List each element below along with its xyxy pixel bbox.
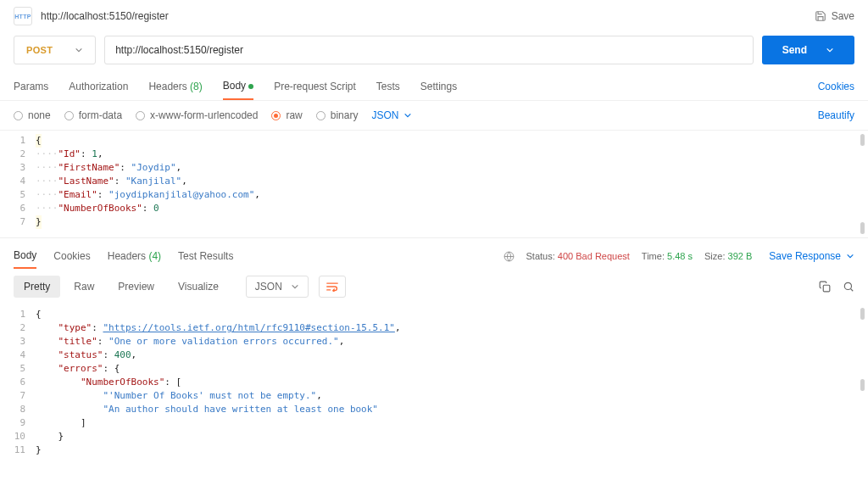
scrollbar[interactable] bbox=[860, 308, 865, 320]
tab-tests[interactable]: Tests bbox=[376, 74, 400, 99]
line-wrap-button[interactable] bbox=[319, 276, 346, 298]
search-icon[interactable] bbox=[843, 281, 854, 293]
status-block: Status: 400 Bad Request bbox=[526, 251, 630, 261]
request-url-value: http://localhost:5150/register bbox=[115, 44, 243, 56]
size-block: Size: 392 B bbox=[704, 251, 752, 261]
tab-headers[interactable]: Headers (8) bbox=[148, 74, 202, 99]
request-body-editor[interactable]: 1{ 2····"Id": 1, 3····"FirstName": "Joyd… bbox=[0, 131, 868, 237]
tab-body[interactable]: Body bbox=[223, 73, 253, 100]
cookies-link[interactable]: Cookies bbox=[818, 81, 854, 92]
send-button[interactable]: Send bbox=[762, 36, 854, 64]
body-type-binary[interactable]: binary bbox=[316, 109, 359, 121]
chevron-down-icon bbox=[826, 46, 834, 54]
save-response-button[interactable]: Save Response bbox=[769, 250, 854, 262]
send-label: Send bbox=[782, 44, 807, 56]
view-visualize[interactable]: Visualize bbox=[168, 276, 229, 298]
tab-headers-label: Headers bbox=[148, 81, 186, 92]
tab-pre-request[interactable]: Pre-request Script bbox=[274, 74, 356, 99]
http-method-value: POST bbox=[26, 45, 53, 55]
svg-point-2 bbox=[844, 282, 851, 289]
tab-params[interactable]: Params bbox=[14, 74, 48, 99]
scrollbar[interactable] bbox=[860, 379, 865, 391]
globe-icon[interactable] bbox=[504, 251, 515, 262]
copy-icon[interactable] bbox=[819, 281, 831, 293]
svg-rect-1 bbox=[823, 285, 830, 292]
http-method-badge: HTTP bbox=[14, 7, 32, 25]
body-type-none[interactable]: none bbox=[14, 109, 51, 121]
response-type-select[interactable]: JSON bbox=[246, 276, 309, 298]
save-button[interactable]: Save bbox=[815, 10, 854, 22]
scrollbar[interactable] bbox=[860, 134, 865, 146]
radio-icon bbox=[14, 111, 23, 120]
radio-icon bbox=[271, 111, 281, 120]
http-method-select[interactable]: POST bbox=[14, 36, 96, 64]
view-raw[interactable]: Raw bbox=[64, 276, 104, 298]
response-body-editor[interactable]: 1{ 2 "type": "https://tools.ietf.org/htm… bbox=[0, 304, 868, 460]
body-type-formdata[interactable]: form-data bbox=[64, 109, 122, 121]
resp-tab-cookies[interactable]: Cookies bbox=[53, 244, 90, 268]
save-label: Save bbox=[832, 10, 854, 22]
tab-body-label: Body bbox=[223, 80, 246, 92]
radio-icon bbox=[136, 111, 145, 120]
scrollbar[interactable] bbox=[860, 222, 865, 234]
chevron-down-icon bbox=[75, 46, 83, 54]
line-wrap-icon bbox=[326, 282, 338, 292]
body-raw-type-select[interactable]: JSON bbox=[371, 109, 412, 121]
body-type-raw[interactable]: raw bbox=[271, 109, 302, 121]
tab-authorization[interactable]: Authorization bbox=[69, 74, 128, 99]
resp-tab-body[interactable]: Body bbox=[14, 243, 36, 269]
body-type-urlencoded[interactable]: x-www-form-urlencoded bbox=[136, 109, 258, 121]
chevron-down-icon bbox=[291, 282, 299, 291]
chevron-down-icon bbox=[403, 111, 412, 120]
radio-icon bbox=[64, 111, 74, 120]
modified-dot-icon bbox=[248, 84, 253, 89]
chevron-down-icon bbox=[846, 252, 854, 260]
tab-headers-count: (8) bbox=[190, 81, 203, 92]
request-tab-title: http://localhost:5150/register bbox=[41, 10, 169, 22]
resp-tab-test-results[interactable]: Test Results bbox=[178, 244, 233, 268]
tab-settings[interactable]: Settings bbox=[420, 74, 457, 99]
view-preview[interactable]: Preview bbox=[108, 276, 164, 298]
time-block: Time: 5.48 s bbox=[642, 251, 693, 261]
view-pretty[interactable]: Pretty bbox=[14, 276, 60, 298]
resp-tab-headers[interactable]: Headers (4) bbox=[108, 244, 161, 268]
request-url-input[interactable]: http://localhost:5150/register bbox=[104, 36, 754, 64]
save-icon bbox=[815, 10, 826, 22]
radio-icon bbox=[316, 111, 326, 120]
beautify-button[interactable]: Beautify bbox=[818, 109, 854, 121]
